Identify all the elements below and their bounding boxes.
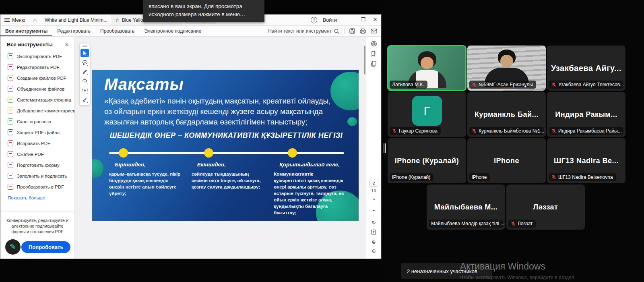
participant-tile-indira[interactable]: Индира Ракым... Индира Ракымбаева Райы..… [547, 92, 625, 137]
column-text: сөйлеуде тыңдаушының сезімін оята білуге… [192, 171, 264, 190]
pages-panel-button[interactable] [371, 61, 377, 67]
participant-tile-lazzat[interactable]: Ләззат Ләззат [506, 185, 585, 230]
zoom-in-button[interactable]: ⊕ [372, 240, 376, 245]
bookmarks-panel-button[interactable] [371, 51, 376, 57]
promo-text: Конвертируйте, редактируйте и алектронно… [5, 218, 70, 234]
page-total: 10 [371, 188, 376, 193]
comment-tool-button[interactable] [80, 58, 89, 66]
participant-tile-uzakbaeva[interactable]: Узакбаева Айгу... Узакбаева Айгул Тлекте… [547, 46, 625, 91]
print-button[interactable] [360, 28, 366, 34]
ribbon-esign[interactable]: Электронное подписание [139, 26, 206, 36]
slide-title: Мақсаты [104, 75, 348, 93]
slide-column-1: Біріншіден, қарым–қатынасқа түсуде, пікі… [109, 162, 181, 216]
tool-compress-pdf[interactable]: Сжатие PDF [0, 149, 74, 160]
ribbon-all-tools[interactable]: Все инструменты [0, 26, 52, 36]
home-button[interactable]: ⌂ [29, 17, 40, 23]
convert-to-pdf-icon [8, 184, 13, 190]
select-tool-button[interactable] [80, 49, 89, 57]
column-heading: Қорытындылай келе, [274, 162, 346, 168]
participant-tile-mailybaeva[interactable]: Майлыбаева М... Майлыбаева Мөлдір қазақ … [427, 185, 505, 230]
participant-name-label: Узакбаева Айгул Тлектесов... [549, 81, 623, 89]
participant-name: iPhone [472, 174, 487, 180]
search-tool[interactable]: Найти текст или инструмент [268, 28, 339, 34]
tool-fill-sign[interactable]: Заполнить и подписать [0, 170, 74, 181]
participant-tile-nadira[interactable]: ШГ13 Nadira Be... ШГ13 Nadira Beisenovna [547, 138, 625, 183]
minimize-button[interactable]: — [345, 15, 357, 26]
participant-tile-latipova[interactable]: Латипова М.К. [388, 46, 466, 91]
comment-cloud-icon: @ [371, 41, 377, 47]
next-page-button[interactable]: ⌄ [372, 207, 376, 212]
timeline-dot-3 [288, 148, 297, 158]
svg-text:A: A [84, 89, 86, 92]
participant-name: Узакбаева Айгул Тлектесов... [558, 82, 624, 87]
sign-in-button[interactable]: Войти [323, 17, 337, 23]
tool-label: Исправить PDF [17, 141, 50, 146]
save-icon [349, 28, 355, 34]
help-icon[interactable]: ? [311, 17, 317, 23]
participant-tile-asan[interactable]: №59МГ-Асан Ержанұлы [467, 46, 546, 91]
tool-label: Подготовить форму [17, 163, 60, 168]
tool-create-pdf[interactable]: Создание файлов PDF [0, 73, 74, 83]
highlight-tool-button[interactable] [80, 67, 89, 76]
pencil-icon: ✎ [10, 243, 16, 251]
participant-name-label: iPhone [469, 173, 490, 181]
eraser-tool-button[interactable] [80, 95, 89, 104]
ribbon-edit[interactable]: Редактировать [52, 26, 95, 36]
tool-add-comments[interactable]: Добавление комментариев [0, 105, 74, 116]
column-text: Коммуникативтік құзыреттілікті қазақ шеш… [274, 171, 346, 216]
window-resize-handle[interactable] [384, 143, 386, 153]
tool-combine-files[interactable]: Объединение файлов [0, 83, 74, 94]
tool-convert-to-pdf[interactable]: Преобразовать в PDF [0, 181, 74, 192]
zoom-out-button[interactable]: ⊖ [372, 249, 376, 253]
tool-organize-pages[interactable]: Систематизация страниц [0, 94, 74, 105]
export-pdf-icon [8, 53, 13, 59]
tool-scan-ocr[interactable]: Скан. и распозн. [0, 116, 74, 127]
divider [369, 216, 378, 216]
participant-name-label: Индира Ракымбаева Райы... [549, 127, 623, 135]
search-icon [334, 29, 339, 34]
menu-button[interactable]: Меню [0, 15, 29, 25]
participant-tile-iphone[interactable]: iPhone iPhone [467, 138, 546, 183]
tool-label: Экспортировать PDF [17, 54, 62, 59]
participant-avatar: Г [412, 96, 442, 126]
show-more-link[interactable]: Показать больше [0, 192, 74, 203]
text-select-tool-button[interactable]: A [80, 86, 89, 94]
maximize-button[interactable]: ❐ [357, 15, 369, 26]
tool-label: Преобразовать в PDF [17, 185, 64, 189]
windows-activation-watermark: Активация Windows [460, 261, 545, 272]
comments-panel-button[interactable]: @ [371, 41, 377, 47]
previous-page-button[interactable]: ⌃ [372, 198, 376, 203]
combine-files-icon [8, 86, 13, 92]
pdf-slide-page: Мақсаты «Қазақ әдебиеті» пәнін оқытудың … [92, 70, 359, 221]
chevron-up-icon: ⌃ [372, 198, 376, 203]
rotate-page-button[interactable]: ↻ [372, 220, 376, 225]
participant-name: Гаукар Саринова [399, 128, 438, 134]
tool-protect-pdf[interactable]: Защита PDF-файла [0, 127, 74, 138]
try-button[interactable]: Попробовать [21, 241, 70, 253]
prepare-form-icon [8, 162, 13, 168]
tool-redact-pdf[interactable]: Исправить PDF [0, 138, 74, 149]
palette-grip[interactable] [83, 46, 87, 47]
tool-export-pdf[interactable]: Экспортировать PDF [0, 51, 74, 62]
page-number-input[interactable]: 2 [369, 180, 378, 187]
participant-name-label: Ләззат [508, 220, 536, 228]
tool-prepare-form[interactable]: Подготовить форму [0, 160, 74, 170]
mail-button[interactable] [371, 29, 377, 33]
participant-tile-iphone-kuralai[interactable]: iPhone (Куралай) iPhone (Куралай) [388, 138, 466, 183]
mic-muted-icon [392, 129, 397, 133]
tab-white-light-blue[interactable]: White and Light Blue Minim... [41, 15, 111, 25]
participant-name-label: №59МГ-Асан Ержанұлы [469, 81, 536, 89]
participant-tile-gaukar[interactable]: Г Гаукар Саринова [388, 92, 466, 137]
fill-sign-icon [8, 173, 13, 179]
vertical-scrollbar[interactable] [364, 46, 365, 75]
close-button[interactable]: ✕ [369, 15, 381, 26]
tool-edit-pdf[interactable]: Редактировать PDF [0, 62, 74, 73]
close-panel-icon[interactable]: ✕ [65, 42, 69, 48]
participant-tile-kurmankl[interactable]: Курманкль Бай... Курманкль Баймбетова №1… [467, 92, 546, 137]
draw-tool-button[interactable] [80, 77, 89, 85]
star-icon[interactable]: ☆ [115, 17, 120, 23]
participant-name: Майлыбаева Мөлдір қазақ тілі ... [431, 221, 504, 226]
fit-page-button[interactable] [371, 229, 376, 236]
save-button[interactable] [349, 28, 355, 34]
ribbon-convert[interactable]: Преобразовать [95, 26, 139, 36]
